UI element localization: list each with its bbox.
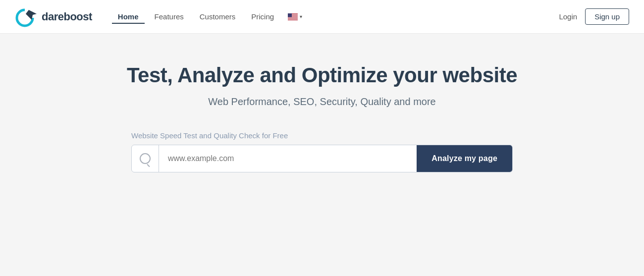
- svg-rect-9: [288, 13, 292, 17]
- hero-subtitle: Web Performance, SEO, Security, Quality …: [208, 96, 435, 108]
- signup-button[interactable]: Sign up: [585, 8, 629, 25]
- logo[interactable]: dareboost: [15, 5, 92, 29]
- hero-title: Test, Analyze and Optimize your website: [127, 63, 517, 87]
- nav-link-customers[interactable]: Customers: [194, 9, 242, 24]
- nav-links: Home Features Customers Pricing ▾: [112, 9, 559, 24]
- svg-rect-6: [288, 17, 298, 17]
- analyze-button[interactable]: Analyze my page: [417, 145, 512, 172]
- logo-text: dareboost: [42, 10, 92, 23]
- search-icon-wrap: [132, 145, 159, 172]
- nav-link-home[interactable]: Home: [112, 9, 145, 24]
- hero-section: Test, Analyze and Optimize your website …: [0, 34, 644, 192]
- logo-icon: [15, 5, 39, 29]
- svg-rect-8: [288, 19, 298, 19]
- nav-link-features[interactable]: Features: [149, 9, 190, 24]
- chevron-down-icon: ▾: [300, 14, 302, 19]
- svg-rect-7: [288, 18, 298, 18]
- search-bar: Analyze my page: [131, 145, 513, 172]
- svg-marker-1: [26, 10, 37, 20]
- navbar: dareboost Home Features Customers Pricin…: [0, 0, 644, 34]
- nav-link-pricing[interactable]: Pricing: [245, 9, 280, 24]
- language-selector[interactable]: ▾: [284, 11, 306, 22]
- loading-icon: [140, 153, 151, 164]
- flag-icon: [288, 13, 298, 20]
- url-input[interactable]: [159, 145, 417, 172]
- nav-right: Login Sign up: [559, 8, 629, 25]
- login-link[interactable]: Login: [559, 12, 577, 21]
- search-label: Website Speed Test and Quality Check for…: [131, 131, 288, 140]
